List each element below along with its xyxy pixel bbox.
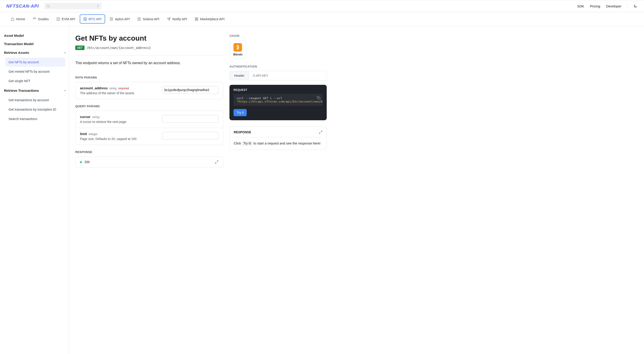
tab-home[interactable]: Home (8, 15, 28, 23)
tab-marketplace-api[interactable]: Marketplace API (192, 15, 228, 23)
sidebar-section-transaction-model[interactable]: Transaction Model (4, 40, 66, 48)
tab-label: Aptos API (115, 17, 130, 21)
nav-developer[interactable]: Developer (606, 4, 621, 8)
path-params-label: PATH PARAMS (75, 76, 223, 79)
svg-line-1 (49, 7, 50, 8)
tab-evm-api[interactable]: EVM API (53, 15, 78, 23)
tab-btc-api[interactable]: B BTC API (80, 14, 105, 24)
param-name: cursor (80, 115, 90, 119)
param-desc: A cursor to retrieve the next page (80, 120, 158, 124)
group-title: Retrieve Assets (4, 51, 29, 55)
request-label: REQUEST (234, 88, 323, 92)
param-type: string (92, 115, 100, 119)
param-desc: Page size. Defaults to 20, capped at 100 (80, 137, 158, 141)
sidebar-item-get-minted-nfts[interactable]: Get minted NFTs by account (6, 67, 65, 76)
tab-label: Home (16, 17, 25, 21)
response-hint: Click Try It! to start a request and see… (234, 141, 322, 145)
param-limit: limit integer Page size. Defaults to 20,… (76, 128, 223, 145)
square-plus-icon (56, 17, 60, 21)
home-icon (11, 17, 14, 21)
svg-line-20 (321, 131, 322, 132)
param-name: account_address (80, 86, 108, 90)
endpoint-path: /btc/account/own/{account_address} (87, 46, 151, 50)
param-name: limit (80, 132, 87, 136)
response-card-title: RESPONSE (234, 130, 251, 134)
status-code: 200 (84, 160, 90, 164)
auth-row: Header (230, 71, 327, 80)
sidebar-group-retrieve-transactions[interactable]: Retrieve Transactions (4, 86, 66, 95)
curl-code-block: curl --reuqest GET \ --url "https://btca… (234, 94, 323, 106)
limit-input[interactable] (162, 132, 218, 139)
bitcoin-chain-icon: ₿ (234, 43, 242, 52)
svg-rect-15 (195, 19, 196, 21)
logo[interactable]: NFTSCAN·API (6, 4, 39, 9)
doc-icon (137, 17, 141, 21)
svg-rect-16 (197, 19, 198, 21)
send-icon (167, 17, 170, 21)
nav-sdk[interactable]: SDK (577, 4, 584, 8)
api-key-input[interactable] (249, 71, 326, 80)
account-address-input[interactable] (162, 86, 218, 94)
sidebar-item-get-nfts-by-account[interactable]: Get NFTs by account (6, 58, 65, 67)
param-account-address: account_address string required The addr… (75, 82, 223, 99)
param-type: integer (89, 132, 98, 136)
svg-text:B: B (84, 18, 86, 20)
search-icon (46, 4, 50, 8)
tab-label: Guides (38, 17, 49, 21)
tab-solana-api[interactable]: Solana API (134, 15, 162, 23)
svg-line-21 (319, 132, 320, 133)
dark-mode-toggle[interactable] (633, 4, 638, 8)
sidebar-group-retrieve-assets[interactable]: Retrieve Assets (4, 48, 66, 57)
chain-label: CHAIN (230, 34, 327, 38)
endpoint-description: This endpoint returns a set of NFTs owne… (75, 61, 223, 65)
divider (75, 55, 223, 56)
sidebar-item-get-transactions-by-account[interactable]: Get transactions by account (6, 96, 65, 105)
svg-line-18 (215, 162, 216, 163)
try-it-button[interactable]: Try It (234, 109, 247, 116)
try-it-chip: Try It! (242, 141, 252, 146)
search-input[interactable] (52, 4, 96, 8)
group-title: Retrieve Transactions (4, 89, 39, 92)
auth-header-label: Header (230, 71, 249, 80)
tab-label: EVM API (62, 17, 75, 21)
sidebar-item-get-single-nft[interactable]: Get single NFT (6, 77, 65, 85)
curl-line: curl --reuqest GET \ --url (237, 96, 320, 100)
response-card: RESPONSE Click Try It! to start a reques… (230, 126, 327, 150)
divider (627, 4, 628, 9)
chevron-down-icon (64, 51, 66, 54)
sidebar-item-search-transactions[interactable]: Search transactions (6, 114, 65, 123)
tag-icon (33, 17, 36, 21)
query-params-label: QUERY PARAMS (75, 105, 223, 108)
chain-bitcoin[interactable]: ₿ Bitcoin (230, 40, 246, 59)
copy-icon[interactable] (317, 96, 320, 100)
search-box[interactable]: / (44, 3, 102, 9)
tab-label: BTC API (89, 17, 102, 21)
tab-label: Notify API (172, 17, 187, 21)
request-card: REQUEST curl --reuqest GET \ --url "http… (230, 85, 327, 120)
svg-line-17 (217, 161, 218, 162)
sidebar-item-get-transactions-by-inscription[interactable]: Get transactions by inscription ID (6, 105, 65, 114)
tab-aptos-api[interactable]: Aptos API (106, 15, 133, 23)
auth-label: AUTHENTICATION (230, 65, 327, 68)
svg-rect-14 (197, 18, 198, 19)
response-status-row[interactable]: 200 (75, 156, 223, 167)
expand-icon[interactable] (319, 130, 322, 134)
tab-guides[interactable]: Guides (30, 15, 52, 23)
search-shortcut: / (97, 4, 100, 8)
param-required: required (118, 87, 129, 90)
curl-url: "https://btcapi.nftscan.com/api/btc/acco… (237, 100, 320, 103)
tab-notify-api[interactable]: Notify API (164, 15, 190, 23)
param-cursor: cursor string A cursor to retrieve the n… (76, 111, 223, 128)
bitcoin-icon: B (83, 17, 87, 21)
http-method-badge: GET (75, 46, 84, 50)
svg-rect-19 (318, 97, 320, 99)
tab-label: Solana API (143, 17, 159, 21)
status-dot-icon (80, 161, 82, 163)
cursor-input[interactable] (162, 115, 218, 122)
sidebar-section-asset-model[interactable]: Asset Model (4, 31, 66, 40)
page-title: Get NFTs by account (75, 34, 223, 42)
tab-label: Marketplace API (200, 17, 224, 21)
nav-pricing[interactable]: Pricing (590, 4, 600, 8)
expand-icon[interactable] (215, 160, 218, 164)
param-type: string (109, 87, 116, 90)
